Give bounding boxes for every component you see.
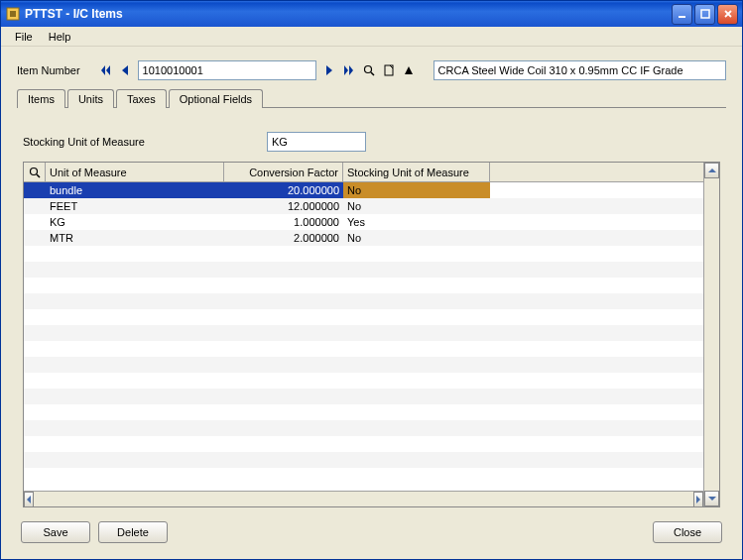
v-scroll-track[interactable] xyxy=(704,178,719,491)
cell-uom[interactable]: KG xyxy=(46,214,224,230)
table-row[interactable] xyxy=(24,341,703,357)
cell-conversion[interactable] xyxy=(224,293,343,309)
h-scroll-track[interactable] xyxy=(34,492,693,506)
maximize-button[interactable] xyxy=(694,4,715,25)
cell-conversion[interactable] xyxy=(224,436,343,452)
cell-conversion[interactable] xyxy=(224,404,343,420)
row-selector[interactable] xyxy=(24,404,46,420)
table-row[interactable] xyxy=(24,357,703,373)
cell-stocking-uom[interactable] xyxy=(343,357,490,373)
row-selector[interactable] xyxy=(24,373,46,389)
item-number-input[interactable] xyxy=(138,60,316,80)
menu-file[interactable]: File xyxy=(7,29,41,45)
zoom-icon[interactable] xyxy=(402,62,416,78)
grid-header-finder-icon[interactable] xyxy=(24,163,46,181)
table-row[interactable] xyxy=(24,246,703,262)
row-selector[interactable] xyxy=(24,278,46,293)
cell-stocking-uom[interactable]: No xyxy=(343,198,490,214)
close-window-button[interactable] xyxy=(717,4,738,25)
scroll-right-icon[interactable] xyxy=(693,492,703,507)
table-row[interactable]: MTR2.000000No xyxy=(24,230,703,246)
row-selector[interactable] xyxy=(24,214,46,230)
close-button[interactable]: Close xyxy=(653,521,722,543)
row-selector[interactable] xyxy=(24,293,46,309)
cell-conversion[interactable] xyxy=(224,420,343,436)
cell-uom[interactable] xyxy=(46,389,224,404)
row-selector[interactable] xyxy=(24,246,46,262)
cell-conversion[interactable] xyxy=(224,389,343,404)
col-conversion[interactable]: Conversion Factor xyxy=(224,163,343,181)
table-row[interactable]: FEET12.000000No xyxy=(24,198,703,214)
cell-stocking-uom[interactable]: No xyxy=(343,230,490,246)
cell-uom[interactable]: MTR xyxy=(46,230,224,246)
cell-uom[interactable] xyxy=(46,278,224,293)
scroll-up-icon[interactable] xyxy=(704,163,719,178)
previous-record-icon[interactable] xyxy=(118,62,132,78)
row-selector[interactable] xyxy=(24,436,46,452)
cell-conversion[interactable] xyxy=(224,357,343,373)
col-uom[interactable]: Unit of Measure xyxy=(46,163,224,181)
cell-stocking-uom[interactable] xyxy=(343,436,490,452)
table-row[interactable] xyxy=(24,404,703,420)
row-selector[interactable] xyxy=(24,230,46,246)
scroll-left-icon[interactable] xyxy=(24,492,34,507)
table-row[interactable]: KG1.000000Yes xyxy=(24,214,703,230)
table-row[interactable] xyxy=(24,278,703,293)
cell-conversion[interactable]: 12.000000 xyxy=(224,198,343,214)
row-selector[interactable] xyxy=(24,198,46,214)
row-selector[interactable] xyxy=(24,389,46,404)
row-selector[interactable] xyxy=(24,341,46,357)
cell-conversion[interactable] xyxy=(224,309,343,325)
cell-conversion[interactable] xyxy=(224,246,343,262)
cell-uom[interactable] xyxy=(46,246,224,262)
tab-optional-fields[interactable]: Optional Fields xyxy=(169,89,263,108)
row-selector[interactable] xyxy=(24,262,46,278)
table-row[interactable] xyxy=(24,452,703,468)
finder-icon[interactable] xyxy=(362,62,376,78)
cell-uom[interactable] xyxy=(46,420,224,436)
table-row[interactable] xyxy=(24,325,703,341)
cell-uom[interactable] xyxy=(46,262,224,278)
delete-button[interactable]: Delete xyxy=(98,521,168,543)
table-row[interactable] xyxy=(24,293,703,309)
tab-units[interactable]: Units xyxy=(67,89,114,108)
minimize-button[interactable] xyxy=(672,4,692,25)
table-row[interactable] xyxy=(24,389,703,404)
table-row[interactable] xyxy=(24,436,703,452)
cell-stocking-uom[interactable] xyxy=(343,278,490,293)
row-selector[interactable] xyxy=(24,357,46,373)
cell-stocking-uom[interactable] xyxy=(343,389,490,404)
cell-uom[interactable] xyxy=(46,452,224,468)
cell-uom[interactable] xyxy=(46,436,224,452)
cell-uom[interactable] xyxy=(46,341,224,357)
cell-stocking-uom[interactable] xyxy=(343,404,490,420)
next-record-icon[interactable] xyxy=(322,62,336,78)
cell-stocking-uom[interactable]: No xyxy=(343,182,490,198)
cell-conversion[interactable] xyxy=(224,278,343,293)
table-row[interactable] xyxy=(24,420,703,436)
cell-stocking-uom[interactable] xyxy=(343,309,490,325)
cell-stocking-uom[interactable] xyxy=(343,341,490,357)
col-stocking-uom[interactable]: Stocking Unit of Measure xyxy=(343,163,490,181)
cell-stocking-uom[interactable]: Yes xyxy=(343,214,490,230)
cell-stocking-uom[interactable] xyxy=(343,452,490,468)
cell-uom[interactable] xyxy=(46,357,224,373)
tab-items[interactable]: Items xyxy=(17,89,65,108)
last-record-icon[interactable] xyxy=(342,62,356,78)
cell-uom[interactable]: bundle xyxy=(46,182,224,198)
save-button[interactable]: Save xyxy=(21,521,90,543)
cell-uom[interactable]: FEET xyxy=(46,198,224,214)
vertical-scrollbar[interactable] xyxy=(703,163,719,506)
cell-conversion[interactable]: 20.000000 xyxy=(224,182,343,198)
cell-uom[interactable] xyxy=(46,373,224,389)
row-selector[interactable] xyxy=(24,309,46,325)
menu-help[interactable]: Help xyxy=(41,29,79,45)
table-row[interactable] xyxy=(24,262,703,278)
table-row[interactable] xyxy=(24,373,703,389)
cell-conversion[interactable]: 2.000000 xyxy=(224,230,343,246)
row-selector[interactable] xyxy=(24,182,46,198)
cell-conversion[interactable] xyxy=(224,325,343,341)
cell-stocking-uom[interactable] xyxy=(343,325,490,341)
cell-stocking-uom[interactable] xyxy=(343,420,490,436)
table-row[interactable] xyxy=(24,309,703,325)
